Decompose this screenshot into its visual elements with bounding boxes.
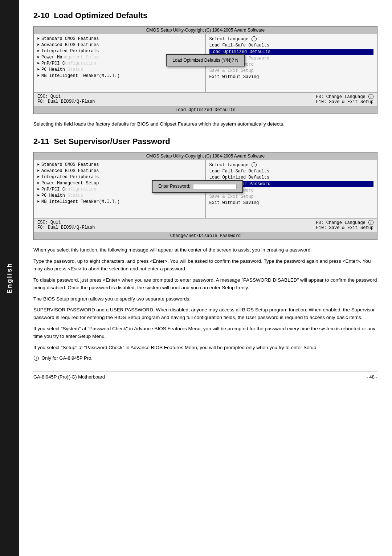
bios-password-dialog: Enter Password: (152, 180, 243, 193)
bios-screenshot-2: CMOS Setup Utility-Copyright (C) 1984-20… (33, 152, 377, 240)
arrow-icon: ► (37, 37, 40, 41)
section2-para-5: SUPERVISOR PASSWORD and a USER PASSWORD.… (33, 306, 377, 322)
arrow-icon: ► (37, 163, 40, 167)
bios-item-2-7: ► MB Intelligent Tweaker(M.I.T.) (37, 199, 202, 204)
arrow-icon: ► (37, 55, 40, 59)
info-icon: i (252, 36, 257, 41)
bios-right-1-7: Exit Without Saving (209, 74, 374, 79)
bios-item-1-2: ► Advanced BIOS Features (37, 42, 202, 48)
bios-item-1-6: ► PC Health Status (37, 67, 202, 72)
bios-item-1-1: ► Standard CMOS Features (37, 36, 202, 41)
arrow-icon: ► (37, 49, 40, 53)
bios-right-2-6: Save & Exit Setup (209, 194, 374, 199)
arrow-icon: ► (37, 181, 40, 185)
bios-footer-1: ESC: Quit F8: Dual BIOS®/Q-Flash F3: Cha… (34, 92, 377, 106)
arrow-icon: ► (37, 61, 40, 65)
bios-item-1-7: ► MB Intelligent Tweaker(M.I.T.) (37, 73, 202, 78)
section2-para-1: When you select this function, the follo… (33, 246, 377, 254)
info-icon-2: i (252, 162, 257, 167)
section2-heading: 2-11 Set Supervisor/User Password (33, 137, 377, 146)
main-content: 2-10 Load Optimized Defaults CMOS Setup … (19, 0, 392, 394)
section2-para-2: Type the password, up to eight character… (33, 258, 377, 273)
arrow-icon: ► (37, 187, 40, 191)
arrow-icon: ► (37, 175, 40, 179)
bios-item-2-1: ► Standard CMOS Features (37, 162, 202, 167)
bios-item-2-3: ► Integrated Peripherals (37, 175, 202, 180)
arrow-icon: ► (37, 74, 40, 78)
section2-para-3: To disable password, just press <Enter> … (33, 277, 377, 292)
bios-title-1: CMOS Setup Utility-Copyright (C) 1984-20… (34, 26, 377, 34)
bios-screenshot-1: CMOS Setup Utility-Copyright (C) 1984-20… (33, 26, 377, 114)
bios-dialog-1: Load Optimized Defaults (Y/N)? N (166, 54, 245, 66)
bios-right-1-2: Load Fail-Safe Defaults (209, 43, 374, 48)
sidebar-label: English (6, 262, 13, 294)
footer-left: GA-8I945P (Pro)(-G) Motherboard (33, 374, 105, 380)
bios-right-2-3: Load Optimized Defaults (209, 175, 374, 180)
page-footer: GA-8I945P (Pro)(-G) Motherboard - 48 - (33, 372, 377, 380)
password-input-display (193, 184, 237, 189)
footnote: i Only for GA-8I945P Pro. (33, 355, 377, 361)
bios-item-1-3: ► Integrated Peripherals (37, 49, 202, 54)
section1-body: Selecting this field loads the factory d… (33, 120, 377, 128)
password-dialog-label: Enter Password: (158, 184, 190, 189)
arrow-icon: ► (37, 200, 40, 204)
section1-heading: 2-10 Load Optimized Defaults (33, 11, 377, 20)
bios-item-2-6: ► PC Health Status (37, 193, 202, 198)
bios-footer-right-1: F3: Change Language i F10: Save & Exit S… (316, 94, 373, 105)
section2-para-4: The BIOS Setup program allows you to spe… (33, 295, 377, 303)
sidebar: English (0, 0, 19, 556)
bios-footer-left-2: ESC: Quit F8: Dual BIOS®/Q-Flash (37, 220, 95, 230)
bios-right-1-1: Select Language i (209, 36, 374, 42)
bios-bottom-2: Change/Set/Disable Password (34, 232, 377, 240)
bios-footer-left-1: ESC: Quit F8: Dual BIOS®/Q-Flash (37, 94, 95, 105)
bios-body-2: ► Standard CMOS Features ► Advanced BIOS… (34, 160, 377, 218)
section2-para-7: If you select "Setup" at "Password Check… (33, 344, 377, 352)
bios-title-2: CMOS Setup Utility-Copyright (C) 1984-20… (34, 152, 377, 160)
bios-footer-2: ESC: Quit F8: Dual BIOS®/Q-Flash F3: Cha… (34, 218, 377, 232)
bios-body-1: ► Standard CMOS Features ► Advanced BIOS… (34, 34, 377, 92)
bios-right-1-6: Save & Exit Setup (209, 68, 374, 73)
bios-right-2-7: Exit Without Saving (209, 200, 374, 205)
info-icon-footer-2: i (368, 220, 373, 225)
bios-footer-right-2: F3: Change Language i F10: Save & Exit S… (316, 220, 373, 230)
info-icon-footer: i (368, 94, 373, 99)
bios-bottom-1: Load Optimized Defaults (34, 106, 377, 114)
arrow-icon: ► (37, 193, 40, 197)
arrow-icon: ► (37, 43, 40, 47)
arrow-icon: ► (37, 169, 40, 173)
footnote-icon: i (34, 356, 39, 361)
section2-para-6: If you select "System" at "Password Chec… (33, 325, 377, 340)
bios-right-2-1: Select Language i (209, 162, 374, 168)
bios-right-2-2: Load Fail-Safe Defaults (209, 169, 374, 174)
bios-item-2-2: ► Advanced BIOS Features (37, 168, 202, 173)
footer-center: - 48 - (367, 374, 377, 380)
arrow-icon: ► (37, 68, 40, 71)
